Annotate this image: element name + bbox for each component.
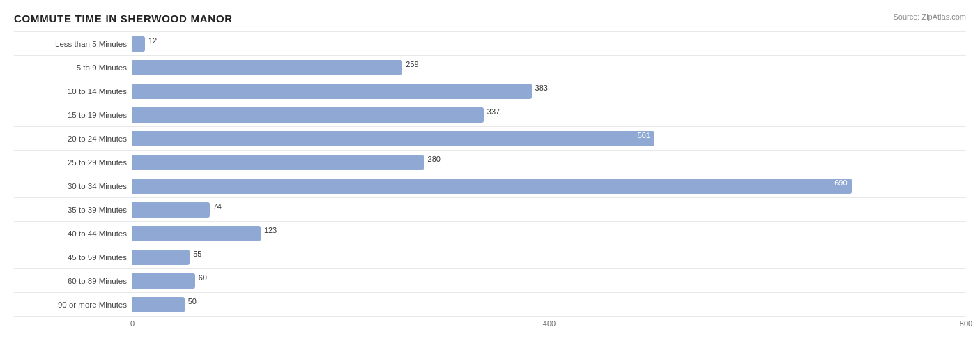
bar-label: 60 to 89 Minutes (14, 277, 132, 285)
bar-label: 90 or more Minutes (14, 301, 132, 309)
bar-label: 35 to 39 Minutes (14, 206, 132, 214)
bar-row: 20 to 24 Minutes501 (14, 126, 966, 150)
bar-value: 74 (213, 202, 222, 211)
bar-value: 60 (199, 273, 207, 282)
bar-label: 40 to 44 Minutes (14, 229, 132, 238)
bar-value: 259 (406, 60, 418, 68)
axis-labels: 0400800 (132, 319, 966, 332)
chart-area: Less than 5 Minutes125 to 9 Minutes25910… (14, 31, 966, 317)
bar-value-inside: 501 (638, 131, 650, 139)
bar-value: 280 (428, 155, 441, 163)
bar-track: 50 (132, 297, 966, 312)
bar-value: 383 (535, 84, 548, 92)
bar-row: 25 to 29 Minutes280 (14, 150, 966, 174)
bar-track: 690 (132, 179, 966, 194)
bar-fill: 12 (132, 36, 145, 52)
bar-fill: 60 (132, 273, 195, 289)
bar-value: 50 (188, 297, 197, 305)
source-label: Source: ZipAtlas.com (893, 13, 966, 21)
bar-row: 90 or more Minutes50 (14, 292, 966, 317)
bar-row: 30 to 34 Minutes690 (14, 174, 966, 197)
bar-fill: 74 (132, 202, 210, 218)
bar-label: 25 to 29 Minutes (14, 158, 132, 167)
axis-tick: 800 (960, 319, 972, 328)
bar-track: 259 (132, 60, 966, 75)
bar-label: 10 to 14 Minutes (14, 87, 132, 96)
bar-track: 12 (132, 36, 966, 52)
bar-row: 15 to 19 Minutes337 (14, 103, 966, 126)
bar-track: 60 (132, 273, 966, 289)
chart-title: COMMUTE TIME IN SHERWOOD MANOR (14, 13, 966, 24)
bar-row: 45 to 59 Minutes55 (14, 245, 966, 268)
bar-fill: 50 (132, 297, 185, 312)
bar-fill: 280 (132, 155, 424, 170)
bar-fill: 690 (132, 179, 852, 194)
bar-row: 60 to 89 Minutes60 (14, 268, 966, 292)
bar-fill: 259 (132, 60, 402, 75)
bar-value-inside: 690 (834, 179, 847, 187)
bar-track: 383 (132, 84, 966, 99)
bar-label: Less than 5 Minutes (14, 40, 132, 48)
axis-tick: 400 (543, 319, 556, 328)
bar-label: 45 to 59 Minutes (14, 253, 132, 261)
axis-tick: 0 (130, 319, 135, 328)
bar-track: 337 (132, 107, 966, 123)
bar-fill: 337 (132, 107, 484, 123)
bar-value: 12 (148, 36, 157, 45)
bar-track: 123 (132, 226, 966, 241)
bar-value: 55 (193, 250, 201, 258)
bar-row: 40 to 44 Minutes123 (14, 221, 966, 245)
bar-track: 280 (132, 155, 966, 170)
bar-fill: 383 (132, 84, 532, 99)
bar-label: 30 to 34 Minutes (14, 182, 132, 190)
bar-value: 123 (264, 226, 277, 234)
bar-row: 35 to 39 Minutes74 (14, 197, 966, 221)
bar-value: 337 (487, 107, 500, 116)
bar-label: 20 to 24 Minutes (14, 135, 132, 143)
bar-track: 501 (132, 131, 966, 146)
bar-fill: 123 (132, 226, 261, 241)
bar-label: 15 to 19 Minutes (14, 111, 132, 119)
chart-container: COMMUTE TIME IN SHERWOOD MANOR Source: Z… (0, 0, 980, 364)
bar-fill: 501 (132, 131, 654, 146)
bar-row: 5 to 9 Minutes259 (14, 55, 966, 79)
bar-label: 5 to 9 Minutes (14, 63, 132, 72)
bar-row: Less than 5 Minutes12 (14, 31, 966, 55)
bar-row: 10 to 14 Minutes383 (14, 79, 966, 103)
bar-fill: 55 (132, 250, 190, 265)
axis-row: 0400800 (14, 317, 966, 332)
bar-track: 55 (132, 250, 966, 265)
bar-track: 74 (132, 202, 966, 218)
